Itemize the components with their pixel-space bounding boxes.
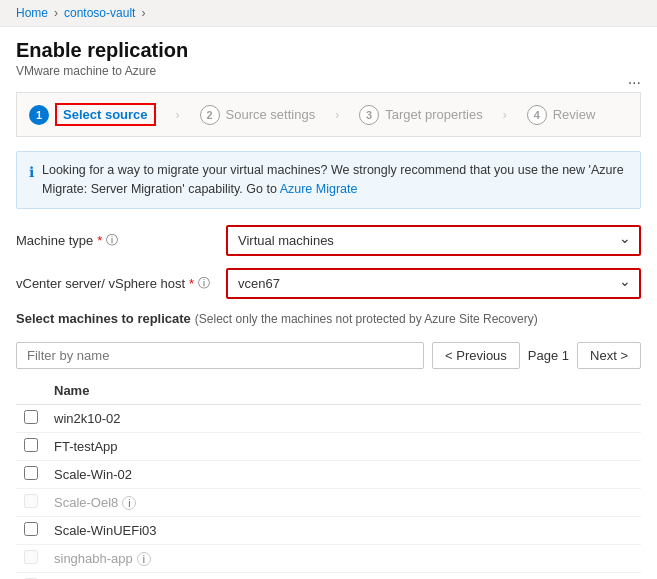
- col-name: Name: [46, 377, 641, 405]
- step-2-label: Source settings: [226, 107, 316, 122]
- step-3-label: Target properties: [385, 107, 483, 122]
- vcenter-info-icon[interactable]: ⓘ: [198, 275, 210, 292]
- step-3-circle: 3: [359, 105, 379, 125]
- next-page-button[interactable]: Next >: [577, 342, 641, 369]
- vcenter-row: vCenter server/ vSphere host * ⓘ vcen67: [16, 268, 641, 299]
- vcenter-select[interactable]: vcen67: [226, 268, 641, 299]
- step-1[interactable]: 1 Select source: [29, 103, 156, 126]
- row-checkbox[interactable]: [24, 522, 38, 536]
- info-banner: ℹ Looking for a way to migrate your virt…: [16, 151, 641, 209]
- machines-subtitle: (Select only the machines not protected …: [195, 312, 538, 326]
- machine-name: Scale-Oel8: [54, 495, 118, 510]
- machines-section: Select machines to replicate (Select onl…: [16, 311, 641, 580]
- page-menu-dots[interactable]: ...: [628, 70, 641, 88]
- row-checkbox[interactable]: [24, 466, 38, 480]
- azure-migrate-link[interactable]: Azure Migrate: [280, 182, 358, 196]
- vcenter-label: vCenter server/ vSphere host * ⓘ: [16, 275, 226, 292]
- machine-type-select[interactable]: Virtual machines Physical machines: [226, 225, 641, 256]
- machine-type-info-icon[interactable]: ⓘ: [106, 232, 118, 249]
- page-subtitle: VMware machine to Azure: [16, 64, 641, 78]
- machines-title: Select machines to replicate: [16, 311, 191, 326]
- machine-name: Scale-Win-02: [54, 467, 132, 482]
- step-2-circle: 2: [200, 105, 220, 125]
- machine-name: FT-testApp: [54, 439, 118, 454]
- table-row: Scale-WinUEFi03: [16, 516, 641, 544]
- breadcrumb-sep-2: ›: [141, 6, 145, 20]
- machine-type-row: Machine type * ⓘ Virtual machines Physic…: [16, 225, 641, 256]
- machines-table: Name win2k10-02FT-testAppScale-Win-02Sca…: [16, 377, 641, 580]
- step-1-label: Select source: [55, 103, 156, 126]
- row-info-icon[interactable]: i: [137, 552, 151, 566]
- step-2[interactable]: 2 Source settings: [200, 105, 316, 125]
- breadcrumb-bar: Home › contoso-vault ›: [0, 0, 657, 27]
- breadcrumb-sep-1: ›: [54, 6, 58, 20]
- filter-pagination-row: < Previous Page 1 Next >: [16, 342, 641, 369]
- page-label: Page 1: [528, 348, 569, 363]
- info-banner-icon: ℹ: [29, 162, 34, 183]
- step-1-circle: 1: [29, 105, 49, 125]
- machine-name: singhabh-app: [54, 551, 133, 566]
- row-checkbox[interactable]: [24, 550, 38, 564]
- table-row: Scale-Oel8i: [16, 488, 641, 516]
- filter-input[interactable]: [16, 342, 424, 369]
- breadcrumb-home[interactable]: Home: [16, 6, 48, 20]
- step-4[interactable]: 4 Review: [527, 105, 596, 125]
- col-checkbox: [16, 377, 46, 405]
- machine-type-label: Machine type * ⓘ: [16, 232, 226, 249]
- step-4-label: Review: [553, 107, 596, 122]
- page-title: Enable replication: [16, 39, 641, 62]
- row-info-icon[interactable]: i: [122, 496, 136, 510]
- step-4-circle: 4: [527, 105, 547, 125]
- machine-type-control[interactable]: Virtual machines Physical machines: [226, 225, 641, 256]
- info-banner-text: Looking for a way to migrate your virtua…: [42, 161, 628, 199]
- machine-name: win2k10-02: [54, 411, 121, 426]
- table-row: win2k10-08i: [16, 572, 641, 579]
- row-checkbox[interactable]: [24, 410, 38, 424]
- step-3[interactable]: 3 Target properties: [359, 105, 483, 125]
- breadcrumb-vault[interactable]: contoso-vault: [64, 6, 135, 20]
- table-row: Scale-Win-02: [16, 460, 641, 488]
- table-row: win2k10-02: [16, 404, 641, 432]
- wizard-steps: 1 Select source › 2 Source settings › 3 …: [16, 92, 641, 137]
- table-row: singhabh-appi: [16, 544, 641, 572]
- vcenter-control[interactable]: vcen67: [226, 268, 641, 299]
- prev-page-button[interactable]: < Previous: [432, 342, 520, 369]
- table-row: FT-testApp: [16, 432, 641, 460]
- machine-name: Scale-WinUEFi03: [54, 523, 157, 538]
- row-checkbox[interactable]: [24, 494, 38, 508]
- row-checkbox[interactable]: [24, 438, 38, 452]
